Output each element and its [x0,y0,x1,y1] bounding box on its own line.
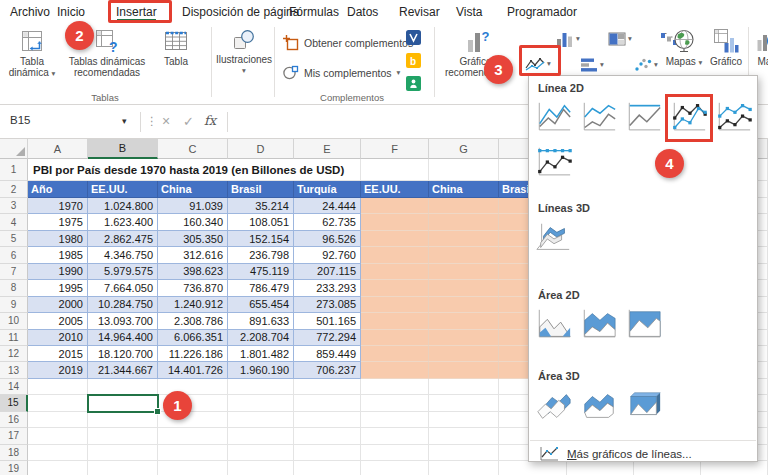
illustrations-button[interactable]: Ilustraciones ▾ [216,28,272,75]
cell-E10[interactable]: 501.165 [294,313,361,329]
cell-G1[interactable] [429,159,499,181]
cell-D17[interactable] [228,428,294,444]
cell-A2[interactable]: Año [28,181,88,198]
cell-A18[interactable] [28,445,88,461]
chart-type-stacked-area[interactable] [579,305,619,345]
cell-F4[interactable] [361,214,429,230]
visio-addin-icon[interactable] [406,30,421,45]
cell-E7[interactable]: 207.115 [294,264,361,280]
chart-type-line-3d[interactable] [534,218,574,258]
cell-E6[interactable]: 92.760 [294,247,361,263]
row-header-14[interactable]: 14 [0,379,28,395]
chart-type-stacked-area-100[interactable] [624,305,664,345]
cell-G12[interactable] [429,346,499,362]
cell-C12[interactable]: 11.226.186 [158,346,228,362]
map-3d-button[interactable]: Mapa [751,28,768,67]
cell-C10[interactable]: 2.308.786 [158,313,228,329]
row-header-13[interactable]: 13 [0,362,28,378]
cell-E2[interactable]: Turquía [294,181,361,198]
cell-C7[interactable]: 398.623 [158,264,228,280]
tab-revisar[interactable]: Revisar [399,0,440,24]
cell-D15[interactable] [228,395,294,411]
cell-D16[interactable] [228,412,294,428]
insert-hierarchy-chart-button[interactable]: ▾ [608,31,632,47]
cell-E8[interactable]: 233.293 [294,280,361,296]
cell-G10[interactable] [429,313,499,329]
row-header-10[interactable]: 10 [0,313,28,329]
cell-G16[interactable] [429,412,499,428]
cell-B10[interactable]: 13.093.700 [88,313,158,329]
cell-A9[interactable]: 2000 [28,297,88,313]
row-header-4[interactable]: 4 [0,214,28,230]
cell-D4[interactable]: 108.051 [228,214,294,230]
tab-insertar[interactable]: Insertar [116,0,157,24]
table-button[interactable]: Tabla [153,28,199,67]
cell-D13[interactable]: 1.960.190 [228,362,294,378]
cell-C13[interactable]: 14.401.726 [158,362,228,378]
cell-G9[interactable] [429,297,499,313]
cell-G17[interactable] [429,428,499,444]
cell-A17[interactable] [28,428,88,444]
cell-A5[interactable]: 1980 [28,231,88,247]
insert-column-chart-button[interactable]: ▾ [556,31,580,47]
cell-D18[interactable] [228,445,294,461]
cell-F17[interactable] [361,428,429,444]
tab-disposicion[interactable]: Disposición de página [182,0,299,24]
bing-maps-addin-icon[interactable]: b [406,53,421,68]
cell-D9[interactable]: 655.454 [228,297,294,313]
row-header-11[interactable]: 11 [0,330,28,346]
chart-type-line-markers[interactable] [669,98,709,138]
tab-archivo[interactable]: Archivo [10,0,50,24]
select-all-corner[interactable] [0,139,28,159]
cell-E3[interactable]: 24.444 [294,198,361,214]
cell-G18[interactable] [429,445,499,461]
cell-F3[interactable] [361,198,429,214]
cell-F8[interactable] [361,280,429,296]
cell-A3[interactable]: 1970 [28,198,88,214]
insert-bar-chart-button[interactable]: ▾ [580,57,604,73]
cell-G6[interactable] [429,247,499,263]
row-header-9[interactable]: 9 [0,297,28,313]
cell-G15[interactable] [429,395,499,411]
cell-C11[interactable]: 6.066.351 [158,330,228,346]
cell-G4[interactable] [429,214,499,230]
name-box-chevron-icon[interactable]: ▾ [122,117,127,126]
cell-F2[interactable]: EE.UU. [361,181,429,198]
row-header-6[interactable]: 6 [0,247,28,263]
cell-A16[interactable] [28,412,88,428]
chart-type-area[interactable] [534,305,574,345]
cell-A14[interactable] [28,379,88,395]
cell-B4[interactable]: 1.623.400 [88,214,158,230]
cell-I19[interactable] [567,461,634,475]
row-header-5[interactable]: 5 [0,231,28,247]
cell-F1[interactable] [361,159,429,181]
cell-F16[interactable] [361,412,429,428]
cell-A4[interactable]: 1975 [28,214,88,230]
cell-B13[interactable]: 21.344.667 [88,362,158,378]
pivot-chart-button[interactable]: Gráfico [706,28,746,67]
chart-type-stacked-area-100-3d[interactable] [624,386,664,426]
cell-F7[interactable] [361,264,429,280]
chart-type-area-3d[interactable] [534,386,574,426]
cell-title-A1[interactable]: PBI por País desde 1970 hasta 2019 (en B… [28,159,361,181]
cell-B11[interactable]: 14.964.400 [88,330,158,346]
tab-programador[interactable]: Programador [507,0,577,24]
cell-C6[interactable]: 312.616 [158,247,228,263]
enter-icon[interactable]: ✓ [183,114,194,129]
more-line-charts-item[interactable]: Más gráficos de líneas... [529,441,757,462]
cell-A13[interactable]: 2019 [28,362,88,378]
column-header-F[interactable]: F [361,139,429,159]
cell-G11[interactable] [429,330,499,346]
cell-D3[interactable]: 35.214 [228,198,294,214]
cell-B17[interactable] [88,428,158,444]
cell-B18[interactable] [88,445,158,461]
drag-handle-icon[interactable]: ⋮ [146,114,158,128]
row-header-7[interactable]: 7 [0,264,28,280]
cell-G8[interactable] [429,280,499,296]
name-box[interactable]: B15 [10,114,30,126]
cell-E16[interactable] [294,412,361,428]
cell-B14[interactable] [88,379,158,395]
column-header-G[interactable]: G [429,139,499,159]
cell-E17[interactable] [294,428,361,444]
cell-F18[interactable] [361,445,429,461]
